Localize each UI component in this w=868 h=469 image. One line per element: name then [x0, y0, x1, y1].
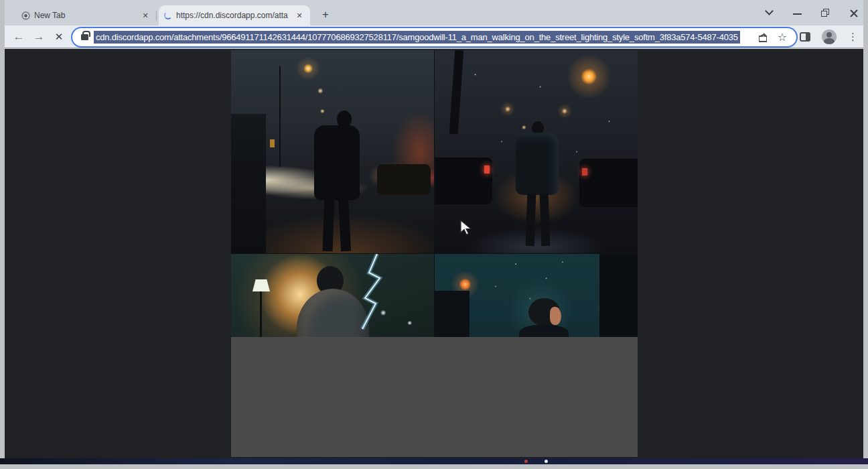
omnibox-actions: ☆ [757, 32, 796, 43]
back-button[interactable]: ← [10, 28, 27, 46]
figure-leg [526, 194, 536, 246]
taskbar-strip [0, 458, 868, 464]
url-selected-text[interactable]: cdn.discordapp.com/attachments/966491171… [94, 31, 740, 44]
image-grid[interactable] [231, 50, 638, 457]
kebab-menu-icon[interactable]: ⋮ [848, 31, 858, 43]
car-taillight [582, 168, 587, 176]
car-silhouette [435, 157, 492, 204]
stop-loading-button[interactable]: ✕ [50, 28, 68, 46]
restore-button[interactable] [820, 8, 831, 19]
tab-close-icon[interactable]: ✕ [294, 10, 305, 21]
lock-icon[interactable] [81, 34, 88, 40]
figure-leg [323, 196, 335, 251]
minimize-button[interactable] [792, 8, 803, 19]
bookmark-star-icon[interactable]: ☆ [778, 32, 787, 43]
tab-title: https://cdn.discordapp.com/atta [176, 11, 290, 20]
tab-new-tab[interactable]: New Tab ✕ [16, 5, 156, 25]
building-silhouette [599, 254, 638, 344]
minimize-icon [793, 13, 802, 15]
building-silhouette [231, 114, 266, 253]
tab-close-icon[interactable]: ✕ [140, 10, 151, 21]
building-silhouette [435, 291, 469, 344]
tab-divider [156, 11, 157, 21]
tree-trunk [449, 50, 464, 134]
lamp-post [279, 66, 281, 167]
address-bar[interactable]: cdn.discordapp.com/attachments/966491171… [72, 28, 796, 46]
forward-button[interactable]: → [30, 28, 48, 46]
white-dot-icon [545, 460, 548, 463]
figure-face-profile [550, 307, 561, 325]
street-lamp-pole [260, 291, 262, 338]
car-taillight [484, 165, 490, 174]
chrome-logo-icon [21, 11, 30, 20]
restore-icon [821, 11, 827, 17]
mouse-cursor [460, 220, 472, 236]
browser-window: New Tab ✕ https://cdn.discordapp.com/att… [5, 0, 863, 458]
car-silhouette [579, 159, 638, 207]
chevron-down-icon [765, 7, 774, 15]
image-loading-placeholder [231, 337, 638, 457]
lightning-bolt [349, 254, 396, 338]
tab-title: New Tab [34, 11, 136, 20]
new-tab-button[interactable]: + [318, 7, 333, 22]
red-dot-icon [524, 460, 528, 463]
window-controls [764, 5, 859, 21]
side-panel-icon[interactable] [800, 32, 810, 42]
profile-avatar[interactable] [822, 29, 837, 44]
car-silhouette [377, 164, 431, 195]
loading-spinner-icon [164, 11, 172, 19]
browser-toolbar: ← → ✕ cdn.discordapp.com/attachments/966… [5, 25, 863, 48]
page-content [5, 49, 863, 458]
tab-discord-cdn[interactable]: https://cdn.discordapp.com/atta ✕ [159, 5, 310, 25]
image-quadrant-1 [231, 50, 434, 253]
street-lamp-head [252, 279, 270, 291]
figure-leg [338, 196, 351, 252]
tab-strip: New Tab ✕ https://cdn.discordapp.com/att… [5, 0, 863, 25]
toolbar-right-icons: ⋮ [800, 28, 858, 46]
figure-leg [540, 194, 551, 246]
figure-torso [516, 133, 559, 195]
figure-torso [314, 125, 360, 200]
close-window-button[interactable] [849, 8, 859, 19]
share-icon[interactable] [757, 32, 769, 42]
tab-search-chevron-icon[interactable] [764, 8, 775, 19]
shop-sign-light [270, 139, 275, 147]
